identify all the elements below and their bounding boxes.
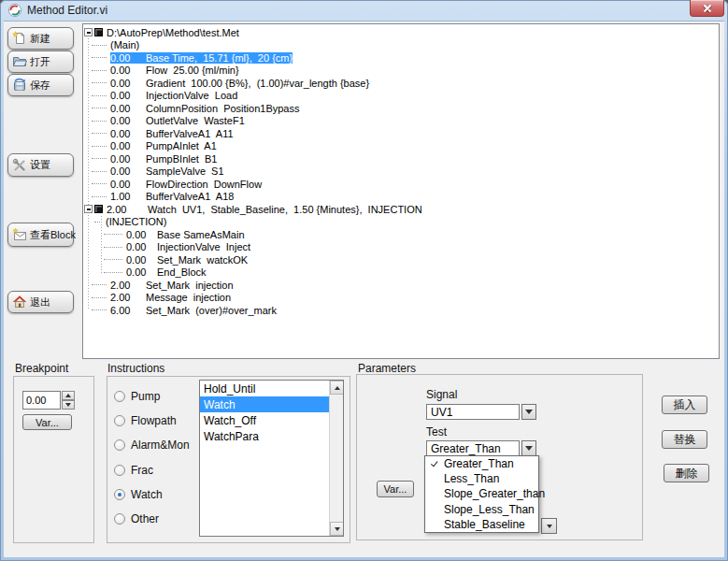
listbox-scrollbar[interactable]: [329, 381, 343, 536]
radio-label: Flowpath: [131, 414, 177, 427]
menu-item[interactable]: Slope_Greater_than: [425, 486, 538, 501]
replace-button[interactable]: 替换: [662, 430, 707, 449]
tree-row-time: 0.00: [110, 165, 146, 177]
breakpoint-spin-down[interactable]: [62, 400, 75, 410]
radio-pump[interactable]: Pump: [114, 390, 160, 403]
signal-select-value[interactable]: UV1: [426, 404, 520, 420]
tree-row[interactable]: 0.00BufferValveA1 A11: [83, 127, 719, 140]
close-button[interactable]: [690, 0, 724, 17]
tree-row[interactable]: 0.00InjectionValve Inject: [83, 241, 719, 254]
scroll-down-button[interactable]: [330, 522, 344, 536]
down-arrow-icon: [525, 446, 533, 451]
title-bar: Method Editor.vi: [0, 0, 728, 21]
tree-connector: [92, 183, 107, 184]
tree-row[interactable]: 0.00PumpBInlet B1: [83, 152, 719, 165]
tree-row[interactable]: 0.00End_Block: [83, 266, 719, 280]
tree-row[interactable]: 2.00Message injection: [83, 292, 719, 305]
up-arrow-icon: [335, 386, 340, 390]
tree-connector: [92, 309, 107, 310]
tree-row[interactable]: 0.00Set_Mark watckOK: [83, 253, 719, 266]
client-area: D:\AutoPrep\Method\test.Met(Main)0.00Bas…: [4, 21, 724, 557]
radio-other[interactable]: Other: [114, 512, 159, 525]
tree-row[interactable]: 0.00Base SameAsMain: [83, 228, 719, 241]
tree-row-text: End_Block: [157, 266, 207, 278]
breakpoint-input[interactable]: [22, 391, 61, 410]
test-select[interactable]: Greater_Than: [426, 440, 536, 456]
sidebar-button-save[interactable]: 保存: [7, 74, 74, 96]
tree-row[interactable]: 0.00ColumnPosition Position1Bypass: [83, 102, 719, 115]
tree-row-text: BufferValveA1 A18: [146, 191, 234, 202]
tree-row-time: 0.00: [110, 140, 146, 151]
breakpoint-spin-up[interactable]: [62, 391, 75, 400]
tree-row[interactable]: 0.00OutletValve WasteF1: [83, 115, 719, 128]
tree-row-time: 2.00: [110, 280, 146, 291]
radio-label: Frac: [131, 464, 153, 477]
tree-connector: [92, 121, 107, 122]
tree-row-text: Base SameAsMain: [157, 229, 245, 240]
parameters-var-button[interactable]: Var...: [377, 481, 414, 497]
tree-row[interactable]: 0.00FlowDirection DownFlow: [83, 178, 719, 191]
tree-row[interactable]: 0.00InjectionValve Load: [83, 90, 719, 103]
radio-watch[interactable]: Watch: [114, 488, 163, 501]
collapse-minus-icon[interactable]: [84, 205, 93, 213]
menu-item[interactable]: Less_Than: [425, 471, 538, 486]
tree-connector: [92, 57, 107, 58]
test-select-value[interactable]: Greater_Than: [426, 440, 520, 456]
signal-select-arrow-button[interactable]: [521, 404, 536, 420]
tree-row-text: OutletValve WasteF1: [146, 115, 245, 126]
sidebar-button-exit[interactable]: 退出: [7, 291, 74, 313]
listbox-item[interactable]: Watch: [200, 396, 343, 412]
scroll-up-button[interactable]: [330, 381, 344, 395]
tree-row-time: 1.00: [110, 191, 146, 202]
menu-item[interactable]: Slope_Less_Than: [425, 502, 538, 517]
save-icon: [12, 78, 27, 93]
radio-alarm-mon[interactable]: Alarm&Mon: [114, 439, 190, 452]
test-select-arrow-button[interactable]: [521, 440, 536, 456]
collapse-minus-icon[interactable]: [84, 28, 93, 36]
sidebar-button-label: 打开: [30, 55, 50, 69]
tree-row-time: 0.00: [110, 179, 146, 190]
listbox-item[interactable]: Hold_Until: [200, 381, 343, 396]
tree-row[interactable]: 6.00Set_Mark (over)#over_mark: [83, 304, 719, 317]
new-document-icon: [12, 31, 27, 46]
radio-icon: [114, 465, 125, 476]
menu-item[interactable]: Greater_Than: [425, 456, 538, 471]
signal-select[interactable]: UV1: [426, 404, 536, 420]
menu-item-label: Greater_Than: [444, 457, 514, 470]
breakpoint-var-button[interactable]: Var...: [22, 414, 72, 430]
listbox-item[interactable]: Watch_Off: [200, 412, 343, 428]
sidebar-button-open[interactable]: 打开: [7, 50, 74, 73]
sidebar-button-label: 查看Block: [30, 228, 76, 242]
tree-row[interactable]: 0.00SampleValve S1: [83, 165, 719, 179]
tree-row-text: PumpAInlet A1: [146, 140, 217, 151]
sidebar-button-new[interactable]: 新建: [7, 27, 74, 50]
delete-button[interactable]: 删除: [664, 464, 709, 482]
tree-row[interactable]: 0.00Flow 25.00 {ml/min}: [83, 65, 719, 78]
tree-row[interactable]: (INJECTION): [83, 216, 719, 229]
down-arrow-icon: [525, 410, 533, 414]
sidebar-button-settings[interactable]: 设置: [7, 153, 74, 177]
radio-frac[interactable]: Frac: [114, 464, 153, 477]
sidebar-button-view-block[interactable]: 查看Block: [7, 223, 74, 247]
signal-label: Signal: [426, 388, 457, 401]
radio-flowpath[interactable]: Flowpath: [114, 414, 177, 427]
tree-row[interactable]: 1.00BufferValveA1 A18: [83, 191, 719, 204]
value-select-arrow-button[interactable]: [541, 518, 557, 534]
insert-button[interactable]: 插入: [662, 396, 707, 414]
menu-item-label: Slope_Less_Than: [444, 503, 535, 516]
open-folder-icon: [12, 54, 27, 69]
listbox-item[interactable]: WatchPara: [200, 428, 343, 444]
tree-row[interactable]: (Main): [83, 39, 719, 52]
tree-row[interactable]: 0.00Gradient 100.00 {B%}, (1.00)#var_len…: [83, 77, 719, 90]
app-icon: [7, 3, 22, 18]
tree-row-text: Flow 25.00 {ml/min}: [146, 65, 239, 76]
tree-row-text: PumpBInlet B1: [146, 153, 217, 165]
tree-connector: [92, 196, 107, 197]
tree-row[interactable]: 2.00Set_Mark injection: [83, 279, 719, 292]
exit-home-icon: [12, 295, 27, 309]
tree-row[interactable]: 0.00Base Time, 15.71 {ml}, 20 {cm}: [83, 51, 719, 65]
tree-root-row[interactable]: D:\AutoPrep\Method\test.Met: [83, 26, 719, 39]
tree-row[interactable]: 2.00Watch UV1, Stable_Baseline, 1.50 {Mi…: [83, 203, 719, 216]
menu-item[interactable]: Stable_Baseline: [425, 517, 538, 532]
tree-row[interactable]: 0.00PumpAInlet A1: [83, 140, 719, 153]
